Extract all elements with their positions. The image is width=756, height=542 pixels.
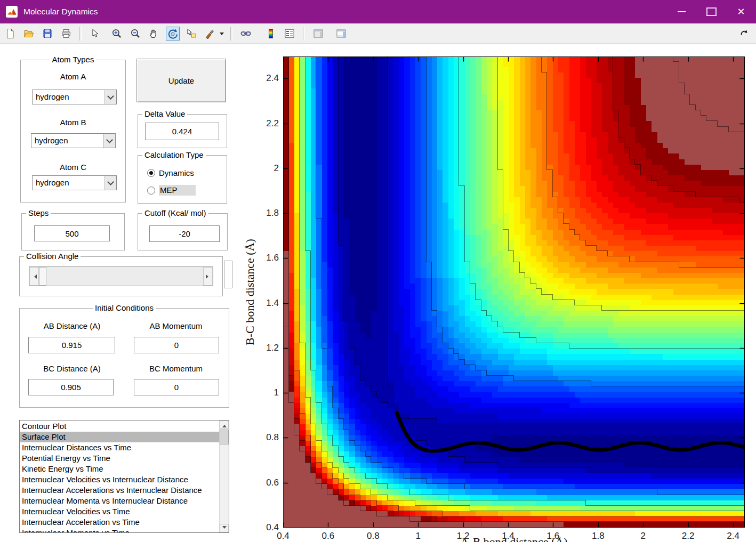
atom-c-dropdown[interactable]: hydrogen: [32, 175, 117, 190]
plot-type-list-item[interactable]: Internuclear Velocities vs Internuclear …: [20, 474, 219, 485]
atom-c-label: Atom C: [21, 163, 125, 172]
slider-track[interactable]: [46, 267, 203, 286]
x-tick-label: 2.2: [675, 531, 702, 541]
dock-figure-icon[interactable]: [737, 27, 751, 41]
delta-value-field[interactable]: [145, 123, 219, 140]
update-button[interactable]: Update: [136, 59, 226, 102]
window-title: Molecular Dynamics: [23, 7, 666, 17]
plot-type-list-item[interactable]: Contour Plot: [20, 421, 219, 432]
brush-dropdown-arrow-icon[interactable]: [220, 33, 224, 37]
plot-type-list: Contour PlotSurface PlotInternuclear Dis…: [20, 421, 219, 532]
slider-thumb[interactable]: [39, 267, 46, 286]
new-figure-icon[interactable]: [3, 27, 17, 41]
slider-left-arrow[interactable]: [29, 267, 39, 286]
plot-type-list-item[interactable]: Internuclear Velocities vs Time: [20, 506, 219, 517]
bc-distance-field[interactable]: [28, 379, 114, 395]
calculation-type-panel: Calculation Type Dynamics MEP: [138, 155, 227, 204]
scrollbar-thumb[interactable]: [220, 430, 229, 444]
atom-c-value: hydrogen: [33, 176, 104, 190]
scroll-down-button[interactable]: [220, 524, 229, 532]
cutoff-panel: Cutoff (Kcal/ mol): [138, 213, 228, 250]
x-tick-label: 1.2: [450, 531, 477, 541]
ab-momentum-field[interactable]: [134, 337, 219, 353]
radio-dynamics[interactable]: Dynamics: [147, 168, 194, 177]
bc-momentum-field[interactable]: [134, 379, 219, 395]
bc-distance-label: BC Distance (A): [20, 364, 124, 373]
edit-plot-icon[interactable]: [88, 27, 102, 41]
atom-types-panel: Atom Types Atom A hydrogen Atom B hydrog…: [20, 60, 126, 203]
ab-distance-label: AB Distance (A): [20, 321, 124, 330]
title-bar: Molecular Dynamics ✕: [0, 0, 756, 23]
y-tick-label: 2: [253, 163, 279, 174]
delta-value-panel: Delta Value: [138, 114, 227, 148]
insert-colorbar-icon[interactable]: [264, 27, 278, 41]
atom-c-dropdown-button[interactable]: [104, 176, 116, 190]
radio-unselected-icon: [147, 187, 155, 195]
brush-icon[interactable]: [203, 27, 217, 41]
insert-legend-icon[interactable]: [283, 27, 296, 41]
x-tick-label: 2.4: [720, 531, 746, 541]
plot-type-list-item[interactable]: Internuclear Acceleration vs Time: [20, 517, 219, 528]
toolbar-separator: [303, 27, 305, 41]
initial-conditions-panel-title: Initial Conditions: [93, 303, 156, 312]
save-figure-icon[interactable]: [41, 27, 54, 41]
x-tick-label: 1.4: [495, 531, 521, 541]
atom-b-dropdown[interactable]: hydrogen: [31, 133, 116, 148]
radio-mep-label: MEP: [159, 185, 196, 196]
slider-right-arrow[interactable]: [203, 267, 213, 286]
y-tick-label: 0.6: [253, 478, 279, 488]
toolbar-separator: [79, 27, 82, 41]
zoom-out-icon[interactable]: [128, 27, 142, 41]
atom-b-dropdown-button[interactable]: [103, 134, 115, 148]
open-file-icon[interactable]: [22, 27, 36, 41]
scroll-up-button[interactable]: [220, 420, 229, 429]
pes-plot-canvas[interactable]: [283, 56, 745, 528]
collision-angle-value-box[interactable]: [224, 261, 232, 288]
collision-angle-panel: Collision Angle: [19, 256, 223, 296]
show-plot-tools-icon[interactable]: [334, 27, 348, 41]
link-plot-icon[interactable]: [239, 27, 253, 41]
cutoff-field[interactable]: [149, 225, 220, 242]
x-tick-label: 1.8: [585, 531, 612, 541]
plot-type-list-item[interactable]: Kinetic Energy vs Time: [20, 464, 219, 474]
atom-a-dropdown[interactable]: hydrogen: [32, 90, 117, 104]
minimize-button[interactable]: [666, 0, 696, 23]
listbox-scrollbar[interactable]: [219, 420, 229, 532]
y-tick-label: 1.4: [253, 298, 279, 309]
close-button[interactable]: ✕: [726, 0, 756, 23]
arrow-right-icon: [206, 274, 211, 279]
calculation-type-panel-title: Calculation Type: [142, 150, 206, 159]
plot-type-list-item[interactable]: Internuclear Distances vs Time: [20, 442, 219, 453]
arrow-down-icon: [222, 526, 227, 531]
print-figure-icon[interactable]: [59, 27, 73, 41]
pan-icon[interactable]: [147, 27, 161, 41]
hide-plot-tools-icon[interactable]: [311, 27, 325, 41]
arrow-up-icon: [222, 423, 227, 427]
figure-client-area: Atom Types Atom A hydrogen Atom B hydrog…: [0, 44, 756, 542]
radio-mep[interactable]: MEP: [147, 185, 196, 196]
atom-a-dropdown-button[interactable]: [104, 90, 116, 104]
plot-type-list-item[interactable]: Internuclear Momenta vs Internuclear Dis…: [20, 496, 219, 506]
ab-distance-field[interactable]: [28, 337, 115, 353]
matlab-app-icon: [5, 5, 18, 18]
maximize-button[interactable]: [696, 0, 726, 23]
y-tick-label: 0.8: [253, 432, 279, 443]
y-tick-label: 1.6: [253, 253, 279, 263]
zoom-in-icon[interactable]: [110, 27, 124, 41]
x-tick-label: 0.6: [315, 531, 341, 541]
plot-type-list-item[interactable]: Internuclear Accelerations vs Internucle…: [20, 485, 219, 496]
chevron-down-icon: [106, 136, 113, 143]
atom-b-label: Atom B: [21, 118, 125, 127]
rotate-3d-icon[interactable]: [166, 27, 180, 41]
steps-field[interactable]: [34, 225, 110, 241]
plot-type-list-item[interactable]: Internuclear Momenta vs Time: [20, 528, 219, 532]
collision-angle-slider[interactable]: [29, 266, 213, 286]
x-tick-label: 1: [405, 531, 431, 541]
plot-type-list-item[interactable]: Surface Plot: [20, 432, 219, 442]
plot-type-list-item[interactable]: Potential Energy vs Time: [20, 453, 219, 464]
x-tick-label: 0.8: [360, 531, 387, 541]
data-cursor-icon[interactable]: [184, 27, 198, 41]
y-tick-label: 2.4: [253, 73, 279, 84]
plot-type-listbox[interactable]: Contour PlotSurface PlotInternuclear Dis…: [19, 420, 229, 533]
steps-panel: Steps: [21, 213, 125, 250]
